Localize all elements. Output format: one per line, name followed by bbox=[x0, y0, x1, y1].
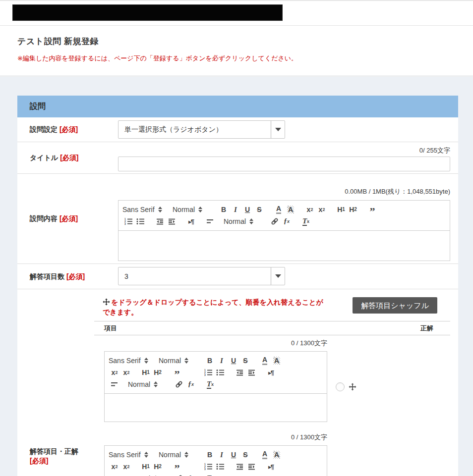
line-height-picker[interactable]: Normal bbox=[224, 215, 261, 227]
superscript-button[interactable]: x2 bbox=[316, 204, 328, 215]
subscript-button[interactable]: x2 bbox=[304, 204, 316, 215]
text-direction-button[interactable]: ▸¶ bbox=[265, 461, 277, 473]
editor-textarea[interactable] bbox=[118, 231, 450, 261]
correct-answer-radio[interactable] bbox=[336, 382, 345, 391]
toolbar-row: Sans SerifNormalBIUSAA bbox=[109, 355, 323, 367]
bullet-list-button[interactable] bbox=[134, 215, 146, 227]
outdent-button[interactable] bbox=[234, 461, 245, 473]
question-type-select[interactable]: 単一選択形式（ラジオボタン） bbox=[118, 120, 285, 139]
strike-button[interactable]: S bbox=[239, 355, 251, 367]
code-block-button[interactable] bbox=[378, 204, 390, 215]
line-height-picker[interactable]: Normal bbox=[128, 378, 166, 390]
required-badge: [必須] bbox=[60, 154, 78, 161]
font-picker[interactable]: Sans Serif bbox=[109, 355, 151, 367]
answer-item-editor: Sans SerifNormalBIUSAAx2x2H1H2”123▸¶Norm… bbox=[104, 445, 327, 476]
text-color-button[interactable]: A bbox=[259, 355, 271, 367]
header-2-button[interactable]: H2 bbox=[152, 367, 164, 378]
correct-answer-control bbox=[336, 382, 356, 391]
toolbar-group: x2x2 bbox=[109, 367, 132, 378]
subscript-button[interactable]: x2 bbox=[109, 367, 120, 378]
size-picker[interactable]: Normal bbox=[159, 355, 196, 367]
answer-count-select[interactable]: 3 bbox=[118, 267, 285, 285]
size-picker[interactable]: Normal bbox=[173, 204, 210, 215]
header-1-icon: H1 bbox=[337, 206, 345, 213]
outdent-icon bbox=[156, 217, 164, 225]
formula-button[interactable]: ƒx bbox=[185, 378, 197, 390]
editor-textarea[interactable] bbox=[105, 394, 327, 422]
ordered-list-button[interactable]: 123 bbox=[202, 367, 214, 378]
bold-button[interactable]: B bbox=[204, 449, 216, 461]
outdent-button[interactable] bbox=[234, 367, 245, 378]
indent-button[interactable] bbox=[245, 367, 257, 378]
toolbar-row: 123▸¶NormalƒxTx bbox=[122, 215, 446, 227]
blockquote-button[interactable]: ” bbox=[171, 461, 183, 473]
blockquote-button[interactable]: ” bbox=[366, 204, 378, 215]
align-button[interactable] bbox=[204, 215, 216, 227]
italic-button[interactable]: I bbox=[216, 449, 228, 461]
text-color-button[interactable]: A bbox=[259, 449, 271, 461]
move-handle-icon[interactable] bbox=[349, 383, 356, 391]
background-color-button[interactable]: A bbox=[271, 449, 283, 461]
clean-format-button[interactable]: Tx bbox=[204, 378, 216, 390]
bullet-list-button[interactable] bbox=[214, 367, 226, 378]
ordered-list-button[interactable]: 123 bbox=[122, 215, 134, 227]
indent-button[interactable] bbox=[166, 215, 177, 227]
header-1-button[interactable]: H1 bbox=[140, 367, 152, 378]
font-picker[interactable]: Sans Serif bbox=[109, 449, 151, 461]
underline-button[interactable]: U bbox=[228, 449, 239, 461]
toolbar-group: ” bbox=[366, 204, 390, 215]
blockquote-button[interactable]: ” bbox=[171, 367, 183, 378]
link-button[interactable] bbox=[173, 473, 185, 476]
blockquote-icon: ” bbox=[175, 462, 180, 471]
background-color-button[interactable]: A bbox=[285, 204, 296, 215]
background-color-button[interactable]: A bbox=[271, 355, 283, 367]
italic-button[interactable]: I bbox=[216, 355, 228, 367]
subscript-icon: x2 bbox=[112, 369, 118, 376]
formula-button[interactable]: ƒx bbox=[281, 215, 293, 227]
code-block-button[interactable] bbox=[183, 461, 195, 473]
line-height-picker[interactable]: Normal bbox=[128, 473, 166, 476]
superscript-button[interactable]: x2 bbox=[120, 367, 132, 378]
question-form-panel: 設問 設問設定 [必須] 単一選択形式（ラジオボタン） タイトル [必須] 0/ bbox=[17, 96, 458, 476]
bullet-list-button[interactable] bbox=[214, 461, 226, 473]
strike-button[interactable]: S bbox=[239, 449, 251, 461]
font-picker[interactable]: Sans Serif bbox=[122, 204, 165, 215]
ordered-list-button[interactable]: 123 bbox=[202, 461, 214, 473]
text-color-button[interactable]: A bbox=[273, 204, 285, 215]
superscript-button[interactable]: x2 bbox=[120, 461, 132, 473]
formula-button[interactable]: ƒx bbox=[185, 473, 197, 476]
shuffle-answers-button[interactable]: 解答項目シャッフル bbox=[353, 297, 437, 314]
indent-icon bbox=[247, 369, 256, 376]
outdent-button[interactable] bbox=[154, 215, 166, 227]
toolbar-group: H1H2 bbox=[140, 461, 164, 473]
underline-button[interactable]: U bbox=[241, 204, 253, 215]
header-1-button[interactable]: H1 bbox=[140, 461, 152, 473]
underline-button[interactable]: U bbox=[228, 355, 239, 367]
indent-button[interactable] bbox=[245, 461, 257, 473]
align-button[interactable] bbox=[109, 378, 120, 390]
strike-button[interactable]: S bbox=[253, 204, 265, 215]
bold-button[interactable]: B bbox=[204, 355, 216, 367]
subscript-button[interactable]: x2 bbox=[109, 461, 120, 473]
size-picker[interactable]: Normal bbox=[159, 449, 196, 461]
link-icon bbox=[270, 217, 279, 225]
align-button[interactable] bbox=[109, 473, 120, 476]
text-color-icon: A bbox=[276, 205, 281, 214]
bold-button[interactable]: B bbox=[218, 204, 230, 215]
text-direction-button[interactable]: ▸¶ bbox=[265, 367, 277, 378]
link-button[interactable] bbox=[173, 378, 185, 390]
clean-format-button[interactable]: Tx bbox=[204, 473, 216, 476]
line-height-picker-label: Normal bbox=[224, 217, 246, 225]
header-2-button[interactable]: H2 bbox=[347, 204, 359, 215]
header-2-button[interactable]: H2 bbox=[152, 461, 164, 473]
select-arrow-box[interactable] bbox=[271, 267, 285, 285]
select-arrow-box[interactable] bbox=[271, 121, 285, 138]
header-1-button[interactable]: H1 bbox=[335, 204, 347, 215]
text-direction-button[interactable]: ▸¶ bbox=[185, 215, 197, 227]
code-block-button[interactable] bbox=[183, 367, 195, 378]
link-button[interactable] bbox=[269, 215, 281, 227]
title-input[interactable] bbox=[118, 157, 450, 171]
italic-button[interactable]: I bbox=[230, 204, 241, 215]
clean-format-button[interactable]: Tx bbox=[300, 215, 312, 227]
page-warning-note: ※編集した内容を登録するには、ページ下の「登録する」ボタンを必ずクリックしてくだ… bbox=[17, 54, 297, 63]
